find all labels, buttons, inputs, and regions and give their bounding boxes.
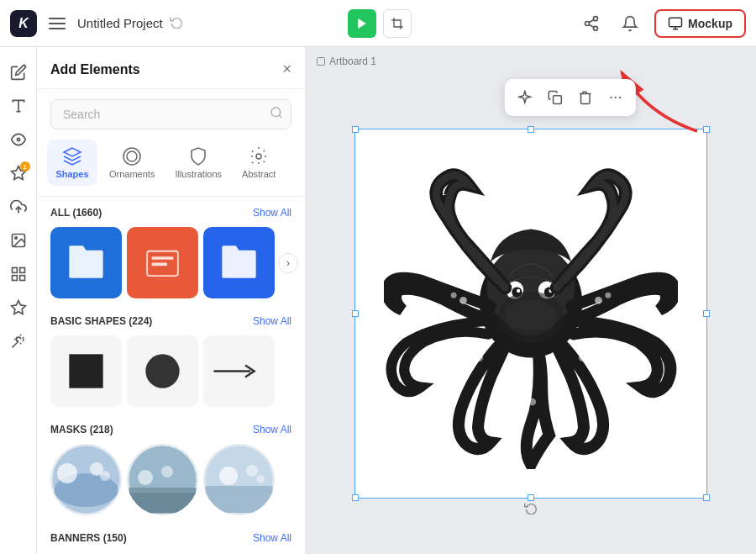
section-all-header: ALL (1660) Show All (50, 207, 291, 219)
svg-point-32 (57, 463, 77, 483)
text-tool-button[interactable] (3, 91, 34, 121)
handle-mr[interactable] (703, 310, 710, 317)
more-options-button[interactable] (602, 84, 629, 111)
category-tabs: Shapes Ornaments Illustrations Abstr (37, 140, 305, 197)
edit-tool-button[interactable] (3, 57, 34, 87)
svg-point-48 (615, 97, 617, 98)
view-button[interactable] (3, 124, 34, 155)
svg-rect-19 (12, 276, 17, 281)
svg-point-28 (145, 354, 179, 388)
mask-item-1[interactable] (50, 444, 122, 515)
rotate-handle[interactable] (524, 501, 538, 518)
bs-circle[interactable] (127, 335, 198, 407)
svg-point-58 (459, 296, 467, 303)
badge: 1 (20, 161, 30, 171)
menu-button[interactable] (45, 14, 69, 33)
show-all-button-bs[interactable]: Show All (253, 315, 291, 327)
svg-point-62 (579, 354, 586, 361)
search-button[interactable] (270, 106, 283, 123)
svg-point-63 (475, 354, 483, 361)
share-button[interactable] (577, 9, 606, 38)
all-next-arrow[interactable]: › (278, 253, 298, 273)
show-all-button-all[interactable]: Show All (253, 207, 291, 219)
tab-illustrations[interactable]: Illustrations (166, 140, 230, 186)
mask-item-3[interactable] (203, 444, 275, 515)
mockup-button[interactable]: Mockup (654, 9, 746, 38)
tab-ornaments[interactable]: Ornaments (101, 140, 163, 186)
svg-line-4 (589, 24, 594, 27)
bs-arrow[interactable] (203, 335, 275, 407)
section-masks-header: MASKS (218) Show All (50, 424, 291, 435)
duplicate-button[interactable] (542, 84, 569, 111)
svg-point-2 (585, 21, 590, 25)
svg-rect-17 (19, 268, 24, 273)
section-bs-header: BASIC SHAPES (224) Show All (50, 315, 291, 327)
assets-button[interactable]: 1 (3, 158, 34, 188)
sparkle-button[interactable] (512, 84, 538, 111)
topbar: K Untitled Project (0, 0, 756, 47)
tab-shapes[interactable]: Shapes (47, 140, 97, 186)
svg-rect-26 (152, 263, 167, 266)
artboard-label: Artboard 1 (316, 55, 376, 67)
mockup-label: Mockup (688, 17, 732, 30)
show-all-button-masks[interactable]: Show All (253, 424, 291, 435)
handle-tm[interactable] (528, 126, 534, 133)
close-panel-button[interactable]: × (282, 61, 291, 78)
crop-button[interactable] (383, 9, 412, 38)
image-button[interactable] (3, 225, 34, 256)
handle-tr[interactable] (703, 126, 710, 133)
play-button[interactable] (348, 9, 376, 38)
svg-rect-16 (12, 268, 17, 273)
upload-button[interactable] (3, 192, 34, 222)
svg-rect-41 (206, 486, 273, 513)
svg-point-3 (594, 26, 598, 30)
topbar-right: Mockup (577, 9, 746, 38)
all-shapes-grid: › (50, 227, 291, 298)
svg-point-11 (17, 138, 19, 140)
effects-button[interactable] (3, 293, 34, 323)
section-masks-title: MASKS (218) (50, 424, 113, 435)
project-title: Untitled Project (77, 16, 163, 30)
shape-item-2[interactable] (127, 227, 198, 298)
topbar-left: K Untitled Project (10, 10, 183, 37)
section-banners-header: BANNERS (150) Show All (50, 532, 291, 544)
svg-point-64 (528, 398, 536, 405)
basic-shapes-grid (50, 335, 291, 407)
handle-br[interactable] (703, 494, 710, 501)
topbar-center (348, 9, 412, 38)
svg-point-56 (517, 288, 520, 292)
search-input[interactable] (50, 99, 291, 129)
svg-point-44 (256, 475, 265, 483)
mask-item-2[interactable] (127, 444, 198, 515)
handle-ml[interactable] (352, 310, 359, 317)
logo-button[interactable]: K (10, 10, 37, 37)
svg-point-49 (619, 97, 621, 98)
section-bs-title: BASIC SHAPES (224) (50, 315, 152, 327)
notifications-button[interactable] (616, 9, 644, 38)
svg-rect-37 (129, 493, 197, 514)
magic-button[interactable] (3, 326, 34, 356)
project-title-area[interactable]: Untitled Project (77, 15, 183, 31)
panel-title: Add Elements (50, 62, 140, 77)
grid-button[interactable] (3, 259, 34, 289)
svg-marker-0 (359, 18, 366, 29)
show-all-button-banners[interactable]: Show All (253, 532, 291, 544)
float-toolbar (505, 79, 636, 116)
shape-item-3[interactable] (203, 227, 275, 298)
svg-point-60 (595, 296, 602, 303)
svg-point-42 (219, 467, 238, 485)
svg-rect-18 (19, 276, 24, 281)
svg-line-22 (279, 115, 281, 118)
svg-rect-6 (669, 18, 682, 27)
bs-rect[interactable] (50, 335, 122, 407)
handle-bl[interactable] (352, 494, 359, 501)
shape-item-1[interactable] (50, 227, 122, 298)
svg-point-1 (594, 16, 598, 20)
sidebar-icons: 1 (0, 47, 37, 554)
tab-abstract[interactable]: Abstract (234, 140, 284, 186)
delete-button[interactable] (572, 84, 599, 111)
svg-point-61 (605, 292, 611, 298)
handle-bm[interactable] (528, 494, 534, 501)
main-layout: 1 (0, 47, 756, 554)
handle-tl[interactable] (352, 126, 359, 133)
